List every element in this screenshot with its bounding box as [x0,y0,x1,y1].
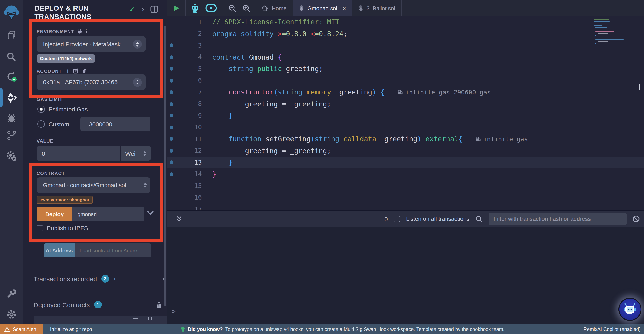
gutter-dot-icon[interactable] [167,125,176,129]
init-git-repo-button[interactable]: Initialize as git repo [50,327,92,332]
value-unit-select[interactable]: Wei [121,146,151,161]
gutter-dot-icon[interactable] [167,67,176,71]
deploy-and-run-icon[interactable] [0,92,22,103]
zoom-in-button[interactable] [240,0,256,16]
line-number[interactable]: 17 [176,206,202,210]
trash-icon[interactable] [156,302,162,308]
edit-icon[interactable] [72,68,78,74]
code-line[interactable]: 10 [167,121,644,133]
line-number[interactable]: 4 [176,53,202,61]
search-icon[interactable] [0,52,22,62]
gutter-dot-icon[interactable] [167,172,176,176]
remix-logo-icon[interactable] [0,5,22,20]
contract-select[interactable]: Gmonad - contracts/Gmonad.sol [37,177,150,193]
copilot-status[interactable]: RemixAI Copilot (enabled) [584,324,640,334]
minimap[interactable] [594,19,633,53]
gutter-dot-icon[interactable] [167,149,176,153]
custom-gas-radio[interactable] [38,120,45,128]
code-line[interactable]: 2pragma solidity >=0.8.0 <=0.8.24; [167,28,644,39]
expand-chevron-icon[interactable]: › [162,275,164,283]
code-editor[interactable]: 1// SPDX-License-Identifier: MIT2pragma … [167,16,644,210]
plug-icon[interactable] [77,29,83,34]
split-panel-icon[interactable] [150,5,158,13]
tab-close-icon[interactable]: × [342,4,346,12]
terminal-content[interactable]: > [167,227,644,324]
line-number[interactable]: 9 [176,112,202,120]
transactions-recorded-row[interactable]: Transactions recorded 2 i › [34,275,167,283]
code-line[interactable]: 17 [167,203,644,210]
debugger-icon[interactable] [0,113,22,123]
deploy-button[interactable]: Deploy [37,207,72,221]
gutter-dot-icon[interactable] [167,161,176,164]
line-number[interactable]: 1 [176,18,202,26]
solidity-compiler-icon[interactable] [0,71,22,82]
code-line[interactable]: 11 function setGreeting(string calldata … [167,133,644,145]
line-number[interactable]: 16 [176,194,202,201]
at-address-input[interactable] [74,243,151,257]
line-number[interactable]: 5 [176,65,202,73]
line-number[interactable]: 7 [176,88,202,96]
code-line[interactable]: 12 greeting = _greeting; [167,145,644,157]
account-select[interactable]: 0xB1a...AF67b (7037.30466... [37,74,146,90]
remixai-assistant-button[interactable] [618,298,642,321]
line-number[interactable]: 13 [176,159,202,166]
listen-all-checkbox[interactable] [394,216,400,222]
gutter-dot-icon[interactable] [167,102,176,106]
code-line[interactable]: 4contract Gmonad { [167,51,644,63]
tab-gmonad[interactable]: Gmonad.sol × [293,0,352,16]
deployed-contract-item-partial[interactable] [34,316,167,324]
value-input[interactable] [37,146,120,161]
copy-icon[interactable] [82,68,87,74]
line-number[interactable]: 12 [176,147,202,155]
tab-home[interactable]: Home [256,0,292,16]
panel-scrollbar[interactable] [164,25,166,306]
environment-select[interactable]: Injected Provider - MetaMask [37,36,146,52]
run-script-button[interactable] [167,0,185,16]
code-line[interactable]: 1// SPDX-License-Identifier: MIT [167,16,644,28]
add-account-icon[interactable]: + [66,67,70,74]
scam-alert-button[interactable]: Scam Alert [0,324,42,334]
code-line[interactable]: 14} [167,168,644,180]
custom-gas-option[interactable]: Custom [38,120,69,128]
line-number[interactable]: 15 [176,182,202,190]
deploy-param-input[interactable] [72,207,144,221]
transaction-filter-input[interactable] [488,213,626,225]
code-line[interactable]: 13 } [167,157,644,168]
code-line[interactable]: 7 constructor(string memory _greeting) {… [167,86,644,98]
custom-gas-input[interactable] [80,117,150,131]
minimize-icon[interactable] [133,318,138,319]
clear-filter-ban-icon[interactable] [632,215,640,223]
line-number[interactable]: 8 [176,100,202,108]
environment-select-arrows-icon[interactable] [133,39,142,48]
gutter-dot-icon[interactable] [167,90,176,94]
estimated-gas-radio[interactable] [38,105,45,113]
tab-ballot[interactable]: 3_Ballot.sol [352,0,401,16]
plugin-manager-icon[interactable] [0,151,22,162]
line-number[interactable]: 11 [176,135,202,143]
account-select-arrows-icon[interactable] [133,78,142,87]
expand-terminal-button[interactable] [167,216,182,222]
code-line[interactable]: 16 [167,192,644,203]
line-number[interactable]: 14 [176,170,202,178]
gutter-dot-icon[interactable] [167,114,176,118]
tools-icon[interactable] [0,289,22,299]
code-line[interactable]: 6 [167,75,644,86]
publish-ipfs-checkbox[interactable] [37,225,43,231]
code-line[interactable]: 15 [167,180,644,192]
settings-gear-icon[interactable] [0,309,22,320]
zoom-out-button[interactable] [222,0,240,16]
line-number[interactable]: 2 [176,30,202,38]
code-line[interactable]: 9 } [167,110,644,121]
at-address-button[interactable]: At Address [44,243,74,257]
publish-ipfs-row[interactable]: Publish to IPFS [37,225,88,232]
chevron-right-icon[interactable]: › [142,5,144,14]
line-number[interactable]: 10 [176,124,202,131]
gutter-dot-icon[interactable] [167,79,176,82]
remixai-button[interactable] [186,0,203,16]
copy-address-icon[interactable] [148,317,152,320]
code-line[interactable]: 5 string public greeting; [167,63,644,75]
git-icon[interactable] [0,130,22,140]
line-number[interactable]: 6 [176,77,202,84]
file-explorer-icon[interactable] [0,30,22,40]
copilot-toggle[interactable] [203,0,222,16]
